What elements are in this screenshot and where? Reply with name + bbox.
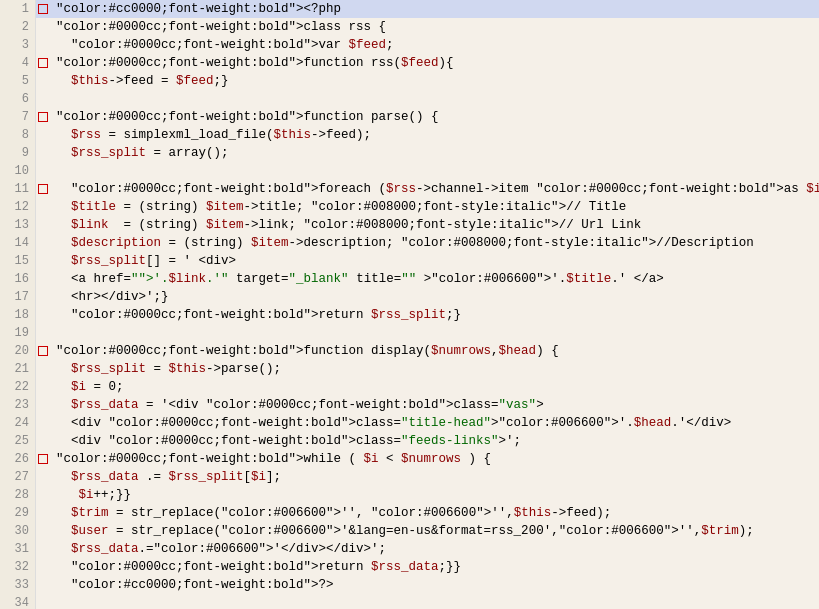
line-number: 11 <box>6 180 29 198</box>
code-line: $rss_data.="color:#006600">'</div></div>… <box>36 540 819 558</box>
bracket-indicator <box>38 112 48 122</box>
bracket-indicator <box>38 4 48 14</box>
code-line: $i++;}} <box>36 486 819 504</box>
code-line: $title = (string) $item->title; "color:#… <box>36 198 819 216</box>
code-line: $user = str_replace("color:#006600">'&la… <box>36 522 819 540</box>
code-line: <hr></div>';} <box>36 288 819 306</box>
code-line: "color:#cc0000;font-weight:bold"><?php <box>36 0 819 18</box>
line-number: 18 <box>6 306 29 324</box>
code-line: $i = 0; <box>36 378 819 396</box>
line-number: 10 <box>6 162 29 180</box>
code-line: <div "color:#0000cc;font-weight:bold">cl… <box>36 414 819 432</box>
line-number: 22 <box>6 378 29 396</box>
code-line: "color:#0000cc;font-weight:bold">functio… <box>36 108 819 126</box>
code-line: <a href="">'.$link.'" target="_blank" ti… <box>36 270 819 288</box>
code-line: "color:#0000cc;font-weight:bold">while (… <box>36 450 819 468</box>
line-number: 7 <box>6 108 29 126</box>
bracket-indicator <box>38 346 48 356</box>
code-line: "color:#0000cc;font-weight:bold">foreach… <box>36 180 819 198</box>
code-line: $rss_split[] = ' <div> <box>36 252 819 270</box>
line-number: 3 <box>6 36 29 54</box>
line-number: 25 <box>6 432 29 450</box>
line-number: 34 <box>6 594 29 609</box>
code-line: $rss_data = '<div "color:#0000cc;font-we… <box>36 396 819 414</box>
line-number: 9 <box>6 144 29 162</box>
bracket-indicator <box>38 454 48 464</box>
bracket-indicator <box>38 184 48 194</box>
code-line: "color:#cc0000;font-weight:bold">?> <box>36 576 819 594</box>
line-number: 31 <box>6 540 29 558</box>
code-line: $rss_data .= $rss_split[$i]; <box>36 468 819 486</box>
line-number: 15 <box>6 252 29 270</box>
code-line: "color:#0000cc;font-weight:bold">functio… <box>36 54 819 72</box>
line-number: 27 <box>6 468 29 486</box>
code-line: "color:#0000cc;font-weight:bold">return … <box>36 306 819 324</box>
line-numbers: 1234567891011121314151617181920212223242… <box>0 0 36 609</box>
code-line <box>36 162 819 180</box>
line-number: 14 <box>6 234 29 252</box>
code-content[interactable]: "color:#cc0000;font-weight:bold"><?php"c… <box>36 0 819 609</box>
code-line: $rss_split = $this->parse(); <box>36 360 819 378</box>
code-line <box>36 594 819 609</box>
code-line: "color:#0000cc;font-weight:bold">var $fe… <box>36 36 819 54</box>
line-number: 32 <box>6 558 29 576</box>
line-number: 30 <box>6 522 29 540</box>
line-number: 1 <box>6 0 29 18</box>
line-number: 13 <box>6 216 29 234</box>
line-number: 23 <box>6 396 29 414</box>
code-line: "color:#0000cc;font-weight:bold">class r… <box>36 18 819 36</box>
line-number: 21 <box>6 360 29 378</box>
line-number: 4 <box>6 54 29 72</box>
code-line: "color:#0000cc;font-weight:bold">return … <box>36 558 819 576</box>
code-area[interactable]: 1234567891011121314151617181920212223242… <box>0 0 819 609</box>
code-editor: 1234567891011121314151617181920212223242… <box>0 0 819 609</box>
code-line: "color:#0000cc;font-weight:bold">functio… <box>36 342 819 360</box>
line-number: 16 <box>6 270 29 288</box>
code-line: $rss = simplexml_load_file($this->feed); <box>36 126 819 144</box>
line-number: 8 <box>6 126 29 144</box>
line-number: 2 <box>6 18 29 36</box>
line-number: 12 <box>6 198 29 216</box>
line-number: 20 <box>6 342 29 360</box>
code-line: $trim = str_replace("color:#006600">'', … <box>36 504 819 522</box>
line-number: 6 <box>6 90 29 108</box>
code-line <box>36 90 819 108</box>
line-number: 28 <box>6 486 29 504</box>
code-line: <div "color:#0000cc;font-weight:bold">cl… <box>36 432 819 450</box>
line-number: 19 <box>6 324 29 342</box>
line-number: 26 <box>6 450 29 468</box>
line-number: 33 <box>6 576 29 594</box>
code-line <box>36 324 819 342</box>
line-number: 24 <box>6 414 29 432</box>
line-number: 5 <box>6 72 29 90</box>
code-line: $rss_split = array(); <box>36 144 819 162</box>
line-number: 29 <box>6 504 29 522</box>
code-line: $this->feed = $feed;} <box>36 72 819 90</box>
bracket-indicator <box>38 58 48 68</box>
code-line: $link = (string) $item->link; "color:#00… <box>36 216 819 234</box>
line-number: 17 <box>6 288 29 306</box>
code-line: $description = (string) $item->descripti… <box>36 234 819 252</box>
